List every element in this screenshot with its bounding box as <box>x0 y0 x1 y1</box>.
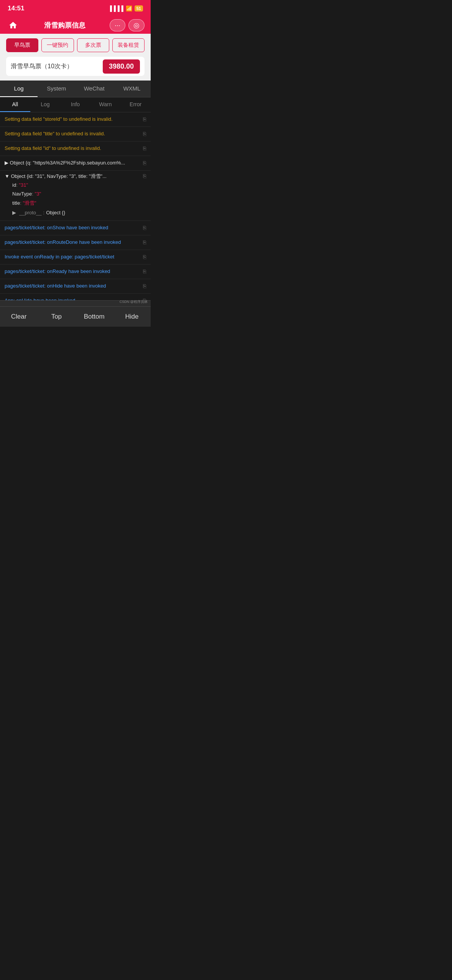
log-line: pages/ticket/ticket: onRouteDone have be… <box>0 235 151 250</box>
battery-badge: 51 <box>135 5 143 12</box>
hide-button[interactable]: Hide <box>113 307 151 327</box>
copy-icon[interactable]: ⎘ <box>143 173 146 179</box>
nav-title: 滑雪购票信息 <box>44 21 85 30</box>
bottom-button[interactable]: Bottom <box>76 307 113 327</box>
copy-icon[interactable]: ⎘ <box>143 159 146 167</box>
copy-icon[interactable]: ⎘ <box>143 130 146 138</box>
bottom-toolbar: Clear Top Bottom Hide <box>0 306 151 327</box>
signal-icon: ▐▐▐▐ <box>108 5 123 12</box>
debug-tabs: Log System WeChat WXML <box>0 81 151 97</box>
status-time: 14:51 <box>8 5 24 12</box>
home-button[interactable] <box>6 18 20 32</box>
filter-tab-all[interactable]: All <box>0 97 30 112</box>
ticket-price: 3980.00 <box>103 59 140 74</box>
log-line: Setting data field "title" to undefined … <box>0 127 151 141</box>
object-header: ▼ Object {id: "31", NavType: "3", title:… <box>5 173 146 180</box>
debug-tab-system[interactable]: System <box>38 81 75 97</box>
copy-icon[interactable]: ⎘ <box>143 145 146 153</box>
log-line: pages/ticket/ticket: onHide have been in… <box>0 279 151 294</box>
ticket-tabs: 早鸟票 一键预约 多次票 装备租赁 <box>6 38 145 52</box>
log-line: pages/ticket/ticket: onReady have been i… <box>0 265 151 279</box>
log-text: ▶ Object {q: "https%3A%2F%2Fship.sebayun… <box>5 159 140 167</box>
log-text: pages/ticket/ticket: onReady have been i… <box>5 268 140 275</box>
copy-icon[interactable]: ⎘ <box>143 115 146 123</box>
log-text: Setting data field "storeId" to undefine… <box>5 115 140 123</box>
copy-icon[interactable]: ⎘ <box>143 224 146 232</box>
object-field-navtype: NavType: "3" <box>12 189 146 198</box>
copy-icon[interactable]: ⎘ <box>143 268 146 276</box>
log-line: pages/ticket/ticket: onShow have been in… <box>0 221 151 235</box>
more-button[interactable]: ··· <box>110 19 125 31</box>
copy-icon[interactable]: ⎘ <box>143 282 146 290</box>
wifi-icon: 📶 <box>126 5 132 12</box>
watermark: CSDN @程序员林 <box>120 299 148 304</box>
log-text: Invoke event onReady in page: pages/tick… <box>5 253 140 261</box>
filter-tab-log[interactable]: Log <box>30 97 61 112</box>
scan-button[interactable]: ◎ <box>128 19 145 31</box>
log-text: pages/ticket/ticket: onHide have been in… <box>5 282 140 290</box>
object-field-id: id: "31" <box>12 181 146 189</box>
log-text: Setting data field "title" to undefined … <box>5 130 140 138</box>
ticket-name: 滑雪早鸟票（10次卡） <box>11 62 73 71</box>
top-button[interactable]: Top <box>38 307 75 327</box>
tab-one-click[interactable]: 一键预约 <box>41 38 74 52</box>
log-line: Setting data field "storeId" to undefine… <box>0 112 151 127</box>
log-content[interactable]: Setting data field "storeId" to undefine… <box>0 112 151 300</box>
log-line: ▶ Object {q: "https%3A%2F%2Fship.sebayun… <box>0 156 151 171</box>
tab-multi-ticket[interactable]: 多次票 <box>77 38 109 52</box>
status-icons: ▐▐▐▐ 📶 51 <box>108 5 143 12</box>
log-line: Setting data field "id" to undefined is … <box>0 141 151 156</box>
copy-icon[interactable]: ⎘ <box>143 253 146 261</box>
ticket-card: 滑雪早鸟票（10次卡） 3980.00 <box>6 57 145 76</box>
proto-line: ▶ __proto__: Object {} <box>12 207 146 217</box>
debug-tab-wechat[interactable]: WeChat <box>76 81 113 97</box>
tab-equipment[interactable]: 装备租赁 <box>112 38 145 52</box>
object-field-title: title: "滑雪" <box>12 199 146 207</box>
status-bar: 14:51 ▐▐▐▐ 📶 51 <box>0 0 151 17</box>
object-header-text: ▼ Object {id: "31", NavType: "3", title:… <box>5 173 107 180</box>
filter-tab-warn[interactable]: Warn <box>90 97 121 112</box>
log-object-expanded: ▼ Object {id: "31", NavType: "3", title:… <box>0 171 151 221</box>
nav-right-buttons: ··· ◎ <box>110 19 145 31</box>
tab-early-bird[interactable]: 早鸟票 <box>6 38 38 52</box>
nav-bar: 滑雪购票信息 ··· ◎ <box>0 17 151 34</box>
log-text: pages/ticket/ticket: onRouteDone have be… <box>5 238 140 246</box>
filter-tab-info[interactable]: Info <box>60 97 90 112</box>
app-content: 早鸟票 一键预约 多次票 装备租赁 滑雪早鸟票（10次卡） 3980.00 <box>0 34 151 81</box>
log-text: pages/ticket/ticket: onShow have been in… <box>5 224 140 232</box>
filter-tab-error[interactable]: Error <box>120 97 151 112</box>
log-text: Setting data field "id" to undefined is … <box>5 145 140 152</box>
object-fields: id: "31" NavType: "3" title: "滑雪" ▶ __pr… <box>5 180 146 218</box>
debug-tab-log[interactable]: Log <box>0 81 38 97</box>
filter-tabs: All Log Info Warn Error <box>0 97 151 112</box>
copy-icon[interactable]: ⎘ <box>143 238 146 247</box>
log-line: Invoke event onReady in page: pages/tick… <box>0 250 151 265</box>
clear-button[interactable]: Clear <box>0 307 38 327</box>
debug-tab-wxml[interactable]: WXML <box>113 81 151 97</box>
